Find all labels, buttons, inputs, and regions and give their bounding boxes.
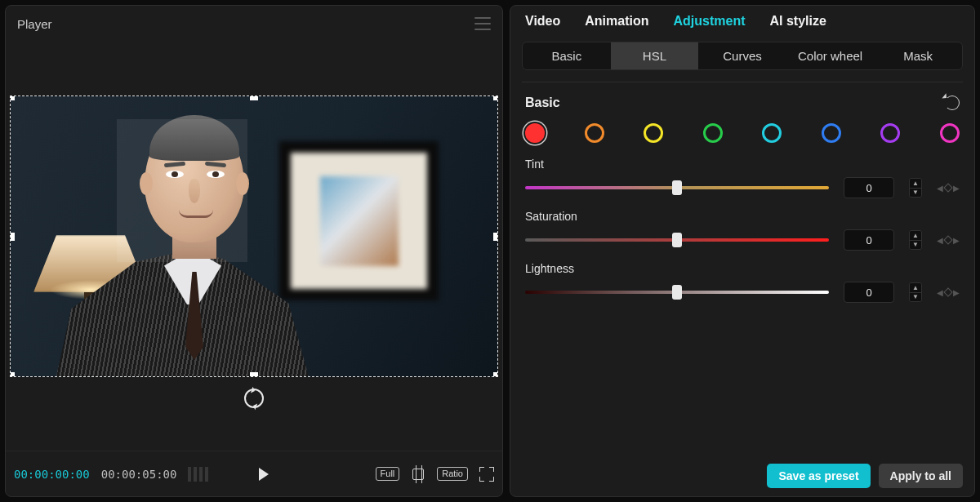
swatch-orange[interactable] bbox=[585, 123, 604, 143]
add-keyframe-icon[interactable] bbox=[943, 287, 952, 296]
save-preset-button[interactable]: Save as preset bbox=[767, 464, 870, 488]
next-keyframe-icon[interactable]: ▶ bbox=[953, 236, 960, 245]
inspector-footer: Save as preset Apply to all bbox=[767, 464, 963, 488]
slider-thumb[interactable] bbox=[672, 285, 682, 300]
player-header: Player bbox=[6, 6, 502, 42]
player-title: Player bbox=[17, 17, 52, 31]
slider-value-input[interactable] bbox=[844, 282, 894, 303]
slider-stepper[interactable]: ▲▼ bbox=[909, 282, 922, 302]
apply-all-button[interactable]: Apply to all bbox=[879, 464, 963, 488]
slider-thumb[interactable] bbox=[672, 233, 682, 247]
swatch-purple[interactable] bbox=[880, 123, 900, 143]
slider-track[interactable] bbox=[525, 238, 829, 242]
preview-image bbox=[11, 96, 497, 376]
keyframe-controls: ◀▶ bbox=[937, 236, 960, 245]
subtab-mask[interactable]: Mask bbox=[874, 42, 962, 69]
slider-value-input[interactable] bbox=[844, 177, 894, 198]
swatch-red[interactable] bbox=[525, 123, 545, 143]
subtab-hsl[interactable]: HSL bbox=[611, 42, 699, 69]
swatch-magenta[interactable] bbox=[940, 123, 960, 143]
step-up-icon[interactable]: ▲ bbox=[910, 283, 921, 293]
slider-stepper[interactable]: ▲▼ bbox=[909, 178, 922, 198]
step-up-icon[interactable]: ▲ bbox=[910, 231, 921, 241]
next-keyframe-icon[interactable]: ▶ bbox=[953, 288, 960, 297]
resize-handle[interactable] bbox=[10, 96, 15, 100]
player-panel: Player bbox=[5, 5, 503, 497]
timecode-current[interactable]: 00:00:00:00 bbox=[14, 468, 90, 481]
slider-label: Lightness bbox=[525, 262, 960, 275]
fullscreen-icon[interactable] bbox=[479, 467, 494, 482]
color-swatch-row bbox=[510, 117, 974, 154]
prev-keyframe-icon[interactable]: ◀ bbox=[937, 184, 943, 193]
timecode-duration: 00:00:05:00 bbox=[101, 468, 177, 481]
swatch-blue[interactable] bbox=[822, 123, 841, 143]
inspector-panel: Video Animation Adjustment AI stylize Ba… bbox=[510, 5, 975, 497]
swatch-green[interactable] bbox=[703, 123, 723, 143]
slider-tint: Tint ▲▼ ◀▶ bbox=[510, 154, 974, 207]
player-menu-icon[interactable] bbox=[474, 17, 491, 30]
swatch-cyan[interactable] bbox=[762, 123, 782, 143]
resize-handle[interactable] bbox=[493, 96, 498, 100]
resize-handle[interactable] bbox=[10, 233, 15, 241]
slider-saturation: Saturation ▲▼ ◀▶ bbox=[510, 207, 974, 259]
resize-handle[interactable] bbox=[250, 372, 258, 377]
slider-stepper[interactable]: ▲▼ bbox=[909, 230, 922, 250]
resize-handle[interactable] bbox=[250, 96, 258, 100]
columns-icon[interactable] bbox=[188, 467, 208, 482]
slider-label: Saturation bbox=[525, 210, 960, 223]
reset-icon[interactable] bbox=[945, 96, 960, 110]
slider-track[interactable] bbox=[525, 186, 829, 189]
resize-handle[interactable] bbox=[493, 233, 498, 241]
tab-ai-stylize[interactable]: AI stylize bbox=[770, 14, 826, 29]
swatch-yellow[interactable] bbox=[644, 123, 663, 143]
slider-lightness: Lightness ▲▼ ◀▶ bbox=[510, 259, 974, 311]
slider-thumb[interactable] bbox=[672, 180, 682, 195]
play-button[interactable] bbox=[259, 468, 269, 481]
tab-adjustment[interactable]: Adjustment bbox=[674, 14, 746, 29]
preview-canvas[interactable] bbox=[10, 96, 498, 377]
tab-video[interactable]: Video bbox=[525, 14, 560, 29]
add-keyframe-icon[interactable] bbox=[943, 183, 952, 192]
hsl-section-title: Basic bbox=[525, 96, 560, 110]
subtab-curves[interactable]: Curves bbox=[698, 42, 786, 69]
add-keyframe-icon[interactable] bbox=[943, 235, 952, 244]
step-down-icon[interactable]: ▼ bbox=[910, 241, 921, 250]
next-keyframe-icon[interactable]: ▶ bbox=[953, 184, 960, 193]
subtab-color-wheel[interactable]: Color wheel bbox=[786, 42, 875, 69]
slider-value-input[interactable] bbox=[844, 229, 894, 251]
resize-handle[interactable] bbox=[10, 372, 15, 377]
prev-keyframe-icon[interactable]: ◀ bbox=[937, 236, 943, 245]
full-button[interactable]: Full bbox=[376, 467, 400, 481]
resize-handle[interactable] bbox=[493, 372, 498, 377]
crop-icon[interactable] bbox=[411, 467, 425, 482]
hsl-section-header: Basic bbox=[510, 82, 974, 117]
slider-label: Tint bbox=[525, 158, 960, 171]
subtab-basic[interactable]: Basic bbox=[523, 42, 611, 69]
inspector-tabs: Video Animation Adjustment AI stylize bbox=[510, 6, 974, 35]
prev-keyframe-icon[interactable]: ◀ bbox=[937, 288, 943, 297]
step-up-icon[interactable]: ▲ bbox=[910, 179, 921, 189]
step-down-icon[interactable]: ▼ bbox=[910, 293, 921, 302]
keyframe-controls: ◀▶ bbox=[937, 184, 960, 193]
preview-area bbox=[6, 42, 502, 451]
step-down-icon[interactable]: ▼ bbox=[910, 189, 921, 198]
ratio-button[interactable]: Ratio bbox=[437, 467, 468, 481]
loop-icon[interactable] bbox=[244, 389, 264, 408]
slider-track[interactable] bbox=[525, 291, 829, 294]
mask-overlay[interactable] bbox=[117, 119, 247, 262]
keyframe-controls: ◀▶ bbox=[937, 288, 960, 297]
adjustment-subtabs: Basic HSL Curves Color wheel Mask bbox=[522, 42, 963, 70]
transport-bar: 00:00:00:00 00:00:05:00 Full Ratio bbox=[6, 451, 502, 496]
tab-animation[interactable]: Animation bbox=[585, 14, 648, 29]
